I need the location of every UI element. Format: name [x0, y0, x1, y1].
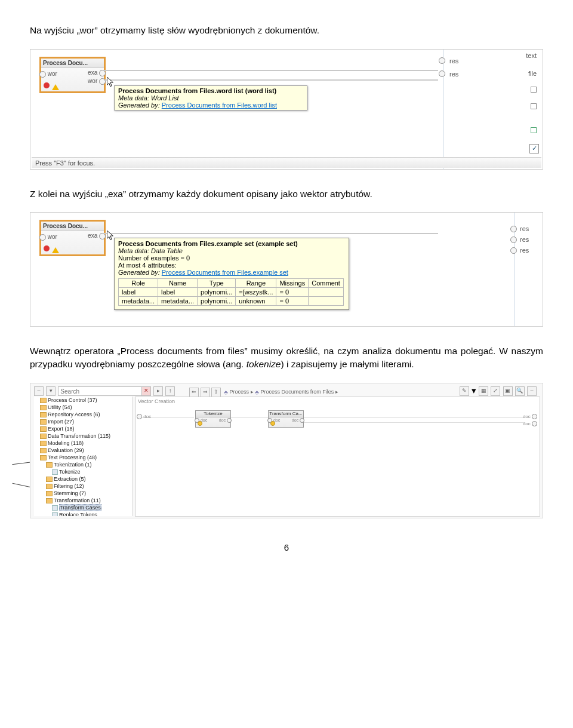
cursor-icon: [107, 231, 115, 241]
search-input[interactable]: [58, 386, 149, 396]
breadcrumb-process[interactable]: Process: [230, 389, 249, 395]
fwd-icon[interactable]: ⇒: [201, 388, 210, 397]
tree-item: Transformation (11): [46, 497, 133, 504]
tree-item: Tokenization (1): [46, 461, 133, 468]
zoomout-icon[interactable]: –: [527, 386, 537, 396]
fit-icon[interactable]: ▣: [503, 386, 513, 396]
tree-item: Import (27): [40, 418, 133, 425]
warning-dot-icon: [198, 421, 202, 426]
warning-icon: [52, 247, 59, 253]
error-dot-icon: [44, 82, 50, 88]
tree-item: Export (18): [40, 425, 133, 432]
warning-icon: [52, 84, 59, 90]
port-doc-in: doc: [137, 414, 151, 419]
table-row: metadata...metadata...polynomi...unknown…: [119, 297, 344, 306]
toolbar: – ▾ ✕ ▸ ↕ ⇐ ⇒ ⇧ ⬘ Process ▸ ⬘ Process Do…: [34, 385, 539, 395]
attributes-table: RoleNameTypeRangeMissingsComment labella…: [118, 278, 344, 306]
tree-item: Data Transformation (115): [40, 432, 133, 440]
right-port-panel: res res text file: [443, 50, 539, 169]
figure-3: – ▾ ✕ ▸ ↕ ⇐ ⇒ ⇧ ⬘ Process ▸ ⬘ Process Do…: [30, 383, 543, 518]
page-number: 6: [30, 542, 543, 552]
paragraph-2: Z kolei na wyjściu „exa” otrzymamy każdy…: [30, 188, 543, 201]
cursor-icon: [107, 77, 115, 88]
breadcrumb-pdf[interactable]: Process Documents from Files: [261, 389, 334, 395]
figure-1: Process Docu... wor exa wor Process Docu…: [30, 49, 543, 170]
section-label: Vector Creation: [138, 398, 175, 404]
filter-icon[interactable]: ▸: [153, 386, 163, 396]
tree-item: Evaluation (29): [40, 447, 133, 454]
tooltip-exampleset: Process Documents from Files.example set…: [114, 238, 349, 310]
tooltip-wordlist: Process Documents from Files.word list (…: [114, 85, 307, 110]
operator-title: Process Docu...: [41, 222, 104, 231]
tree-item: Extraction (5): [46, 475, 133, 483]
tree-item-tokenize: Tokenize: [52, 468, 133, 475]
operator-tokenize[interactable]: Tokenize doc doc: [195, 410, 231, 428]
tree-item: Stemming (7): [46, 490, 133, 497]
paragraph-3: Wewnątrz operatora „Process documents fr…: [30, 345, 543, 370]
collapse-icon[interactable]: –: [34, 386, 44, 396]
tree-item-transform-cases: Transform Cases: [52, 504, 133, 511]
error-dot-icon: [44, 245, 50, 251]
operator-process-docu-2[interactable]: Process Docu... wor exa: [39, 220, 106, 256]
operator-title: Process Docu...: [41, 59, 104, 68]
process-canvas[interactable]: Vector Creation doc doc doc Tokenize doc…: [135, 397, 540, 517]
tree-item: Modeling (118): [40, 440, 133, 447]
warning-dot-icon: [270, 421, 275, 426]
clear-icon[interactable]: ✕: [141, 386, 151, 396]
back-icon[interactable]: ⇐: [189, 388, 199, 397]
status-f3-bar: Press "F3" for focus.: [32, 157, 541, 168]
zoomin-icon[interactable]: 🔍: [515, 386, 525, 396]
expand-icon[interactable]: ▾: [46, 386, 56, 396]
operator-tree[interactable]: Process Control (37) Utility (54) Reposi…: [34, 397, 133, 516]
checkbox[interactable]: ✓: [529, 144, 539, 153]
tree-item: Repository Access (6): [40, 411, 133, 418]
paragraph-1: Na wyjściu „wor” otrzymamy listę słów wy…: [30, 24, 543, 37]
tool-icon[interactable]: ✎: [460, 386, 469, 396]
right-port-panel: res res res: [515, 213, 539, 326]
port-doc-out2: doc: [523, 421, 537, 426]
zoom-icon[interactable]: ⤢: [491, 386, 500, 396]
breadcrumb: ⇐ ⇒ ⇧ ⬘ Process ▸ ⬘ Process Documents fr…: [189, 388, 338, 397]
up-icon[interactable]: ⇧: [211, 388, 221, 397]
grid-icon[interactable]: ▦: [479, 386, 488, 396]
tree-item: Utility (54): [40, 404, 133, 411]
figure-2: Process Docu... wor exa Process Document…: [30, 212, 543, 327]
table-row: labellabelpolynomi...=[wszystk...= 0: [119, 288, 344, 297]
port-doc-out: doc: [523, 414, 537, 419]
operator-process-docu[interactable]: Process Docu... wor exa wor: [39, 57, 106, 93]
sort-icon[interactable]: ↕: [165, 386, 175, 396]
operator-transform-cases[interactable]: Transform Ca... doc doc: [268, 410, 304, 428]
tree-item: Process Control (37): [40, 397, 133, 404]
tree-item: Replace Tokens: [52, 511, 133, 516]
tree-item: Filtering (12): [46, 483, 133, 490]
tree-item: Text Processing (48): [40, 454, 133, 461]
